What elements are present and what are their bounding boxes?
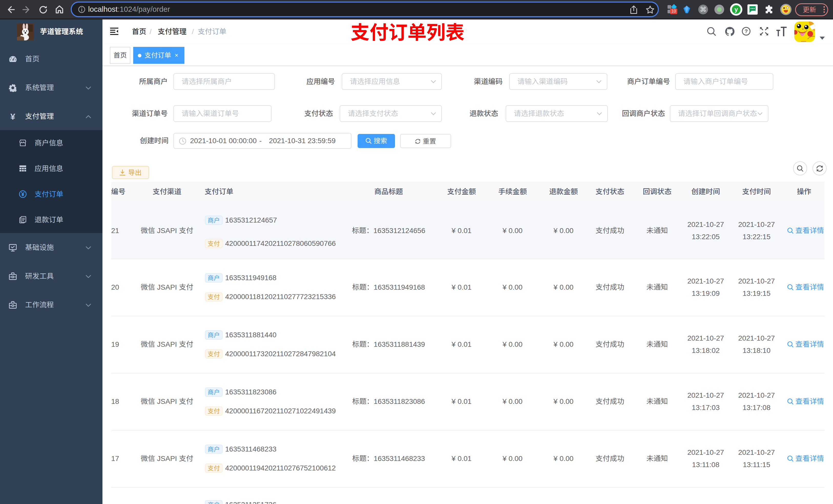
svg-text:?: ? (745, 28, 748, 34)
